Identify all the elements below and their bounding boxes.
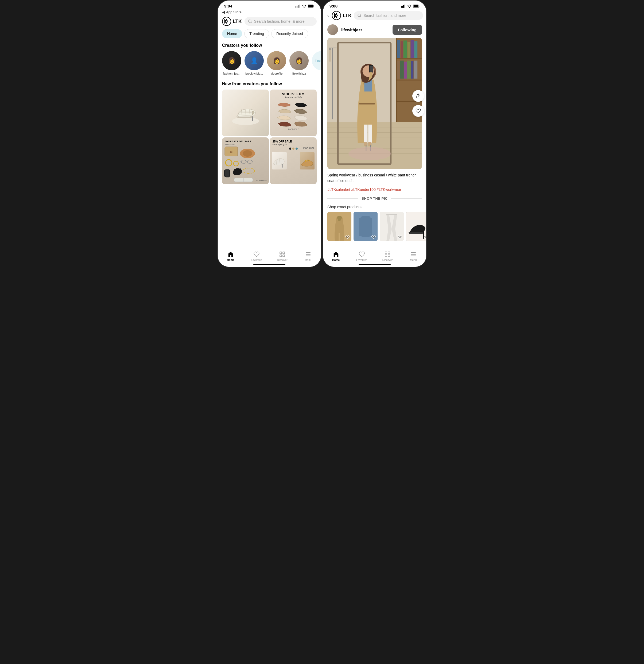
svg-point-43 [307, 160, 308, 161]
following-button[interactable]: Following [392, 25, 422, 35]
nav-discover-1[interactable]: Discover [274, 251, 290, 262]
nordstrom-sale-label: NORDSTROM SALE [225, 140, 252, 143]
nordstrom-label: NORDSTROM [272, 92, 315, 96]
app-store-back[interactable]: ◀ App Store [218, 9, 321, 15]
post-action-buttons [412, 90, 424, 117]
nav-favorites-label-2: Favorites [356, 258, 367, 262]
posts-grid: NORDSTROM Sandals on Sale [218, 89, 321, 188]
svg-rect-92 [329, 48, 331, 61]
main-post-container [327, 38, 422, 169]
status-bar-1: 9:04 [218, 1, 321, 9]
nav-discover-label-1: Discover [277, 258, 287, 262]
heart-icon-2 [415, 108, 421, 113]
profile-username: lifewithjazz [341, 27, 389, 32]
nav-home-label-1: Home [227, 258, 234, 262]
product-card-2[interactable] [353, 212, 378, 241]
product-card-4[interactable] [406, 212, 426, 241]
svg-rect-95 [359, 103, 375, 105]
main-photo-illustration [327, 38, 422, 169]
status-time-1: 9:04 [224, 4, 232, 8]
svg-text:TB: TB [230, 151, 233, 153]
svg-rect-73 [396, 38, 396, 122]
creators-section-title: Creators you follow [218, 41, 321, 51]
svg-point-6 [222, 17, 231, 26]
search-icon-2 [358, 14, 361, 17]
svg-rect-108 [335, 255, 337, 257]
find-more-item[interactable]: Find More [312, 51, 321, 75]
app-store-label: App Store [226, 10, 241, 14]
svg-rect-86 [407, 61, 411, 79]
nav-favorites-2[interactable]: Favorites [354, 251, 370, 262]
post-hashtags[interactable]: #LTKsalealert #LTKunder100 #LTKworkwear [323, 186, 426, 193]
svg-rect-56 [404, 4, 405, 8]
heart-icon-6 [424, 235, 426, 239]
product-card-1[interactable] [327, 212, 351, 241]
post-card-1[interactable] [222, 89, 269, 136]
ltk-logo-2[interactable]: LTK [332, 11, 352, 20]
product-heart-3[interactable] [397, 234, 403, 240]
svg-rect-75 [396, 80, 422, 81]
svg-rect-109 [385, 252, 387, 254]
battery-icon [308, 4, 315, 8]
svg-point-7 [226, 20, 228, 22]
svg-rect-82 [414, 41, 417, 58]
back-button-2[interactable]: ‹ [326, 12, 330, 19]
svg-point-35 [243, 168, 255, 173]
like-button[interactable] [412, 105, 424, 117]
new-from-section-title: New from creators you follow [218, 79, 321, 89]
post-image-2: NORDSTROM Sandals on Sale [270, 89, 317, 136]
svg-rect-84 [400, 61, 404, 79]
product-heart-4[interactable] [423, 234, 426, 240]
svg-rect-50 [306, 252, 310, 253]
profile-bar: lifewithjazz Following [323, 22, 426, 38]
svg-rect-2 [298, 5, 299, 8]
tab-home[interactable]: Home [222, 29, 242, 38]
accessories-illustration: TB [222, 145, 257, 183]
nav-menu-2[interactable]: Menu [405, 251, 422, 262]
creator-1[interactable]: 👩 fashion_jac... [222, 51, 241, 75]
search-bar-1[interactable]: Search fashion, home, & more [244, 17, 317, 26]
sale-label: 25% OFF SALE [273, 140, 292, 143]
svg-rect-77 [397, 40, 400, 58]
search-bar-2[interactable]: Search fashion, and more [354, 11, 423, 20]
svg-rect-87 [411, 61, 413, 79]
nav-discover-2[interactable]: Discover [380, 251, 395, 262]
profile-avatar[interactable] [327, 24, 338, 35]
svg-rect-47 [283, 252, 285, 254]
svg-rect-3 [299, 4, 300, 8]
svg-rect-114 [411, 254, 416, 255]
nav-home-2[interactable]: Home [328, 251, 344, 262]
nav-favorites-1[interactable]: Favorites [249, 251, 264, 262]
svg-point-42 [305, 161, 306, 162]
svg-rect-52 [306, 255, 310, 256]
nav-menu-1[interactable]: Menu [300, 251, 316, 262]
tab-trending[interactable]: Trending [244, 29, 269, 38]
post-card-2[interactable]: NORDSTROM Sandals on Sale [270, 89, 317, 136]
wifi-icon-2 [407, 4, 411, 8]
product-card-3[interactable] [380, 212, 404, 241]
svg-point-100 [348, 147, 391, 160]
tab-recently-joined[interactable]: Recently Joined [271, 29, 308, 38]
nav-home-1[interactable]: Home [222, 251, 239, 262]
ltk-text-1: LTK [233, 19, 242, 24]
svg-rect-80 [408, 42, 410, 58]
post-card-3[interactable]: NORDSTROM SALE accessories TB [222, 138, 269, 184]
ltk-logo-icon [222, 17, 231, 26]
find-more-avatar[interactable]: Find More [312, 51, 321, 70]
heart-icon-4 [371, 235, 376, 239]
product-heart-1[interactable] [344, 234, 350, 240]
post-card-4[interactable]: 25% OFF SALE code: spring25 chain slide [270, 138, 317, 184]
svg-rect-78 [401, 41, 403, 58]
status-icons-2 [401, 4, 420, 8]
product-heart-2[interactable] [371, 234, 377, 240]
svg-rect-48 [280, 255, 282, 256]
creator-3[interactable]: 👩 aloprofile [267, 51, 286, 75]
share-button[interactable] [412, 90, 424, 102]
svg-text:A<-PROFILE: A<-PROFILE [288, 128, 299, 130]
divider-left [327, 198, 358, 199]
creator-4[interactable]: 👩 lifewithjazz [289, 51, 309, 75]
svg-point-59 [332, 11, 341, 20]
ltk-logo-1[interactable]: LTK [222, 17, 242, 26]
wifi-icon [302, 4, 306, 8]
creator-2[interactable]: 👤 brooklynblo... [244, 51, 264, 75]
